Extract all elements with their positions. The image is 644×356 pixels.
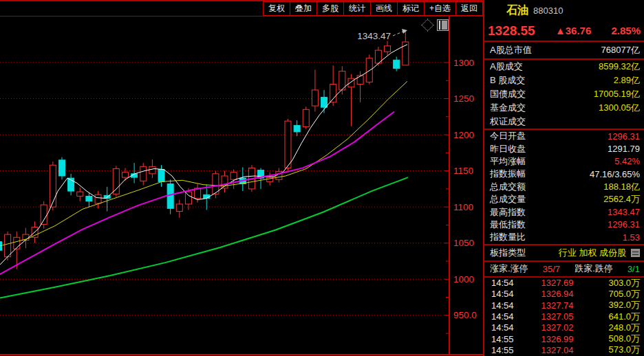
y-axis-label: 1250 <box>453 93 474 104</box>
y-axis-label: 1050 <box>453 238 474 248</box>
total-volume-label: 总成交量 <box>490 193 526 205</box>
tick-volume: 573.0万 <box>589 344 640 356</box>
tick-price: 1327.74 <box>526 300 589 311</box>
instrument-header: 石油 880310 <box>484 0 644 21</box>
tick-row: 14:541327.74392.0万 <box>484 300 644 311</box>
ma-fast-white <box>0 45 407 265</box>
tick-row: 14:551326.99508.0万 <box>484 333 644 344</box>
volume-ratio-label: 指数量比 <box>490 231 526 243</box>
price-change: ▲36.76 <box>555 25 591 36</box>
y-axis-label: 1000 <box>453 274 474 285</box>
total-turnover-label: 总成交额 <box>490 181 526 193</box>
tick-time: 14:55 <box>491 334 526 344</box>
candle-up <box>348 78 354 87</box>
add-watchlist-button[interactable]: +自选 <box>424 1 456 16</box>
prev-close-value: 1291.79 <box>608 144 640 154</box>
candle-up <box>113 168 119 194</box>
y-axis-label: 1150 <box>453 166 473 176</box>
kline-chart[interactable]: 1300125012001150110010501000950.01343.47 <box>0 0 483 356</box>
candle-up <box>14 237 20 249</box>
candle-up <box>77 192 83 196</box>
candle-down <box>294 125 300 131</box>
low-index-value: 1296.31 <box>608 219 640 230</box>
a-share-turnover-value: 8599.32亿 <box>599 60 640 73</box>
stat-row-bond-turnover: 国债成交17005.19亿 <box>484 87 644 101</box>
b-share-turnover-label: B 股成交 <box>490 74 525 87</box>
candle-down <box>321 97 328 107</box>
tick-volume: 641.0万 <box>589 311 640 323</box>
stat-row-b-share-turnover: B 股成交2.89亿 <box>484 74 644 87</box>
board-type-label: 板指类型 <box>490 247 526 259</box>
breadth-row: 涨家.涨停35/7跌家.跌停3/1 <box>484 262 644 276</box>
panel-toggle-icon-fill <box>442 21 447 30</box>
high-index-value: 1343.47 <box>608 207 640 217</box>
stat-row-volume-ratio: 指数量比1.53 <box>484 231 644 243</box>
y-axis-label: 950.0 <box>453 310 477 320</box>
stat-row-prev-close: 昨日收盘1291.79 <box>484 142 644 155</box>
candle-up <box>149 166 155 174</box>
overlay-button[interactable]: 叠加 <box>290 1 317 16</box>
adjust-button[interactable]: 复权 <box>263 1 290 16</box>
fund-turnover-label: 基金成交 <box>490 102 526 114</box>
low-index-label: 最低指数 <box>490 219 526 231</box>
decliners-value: 3/1 <box>627 264 640 274</box>
candles-group <box>0 31 409 269</box>
tick-volume: 303.0万 <box>589 277 640 289</box>
candle-up <box>330 85 336 102</box>
a-share-turnover-label: A股成交 <box>490 60 523 73</box>
tick-list[interactable]: 14:541327.69303.0万14:541326.94705.0万14:5… <box>484 278 644 356</box>
total-volume-value: 2562.4万 <box>603 193 640 205</box>
constituents-grid-icon[interactable] <box>631 249 640 257</box>
prev-close-label: 昨日收盘 <box>490 143 526 155</box>
high-index-label: 最高指数 <box>490 206 526 219</box>
candle-up <box>176 204 182 212</box>
candle-up <box>41 205 47 224</box>
candle-down <box>158 170 164 182</box>
stat-row-high-index: 最高指数1343.47 <box>484 205 644 218</box>
total-turnover-value: 188.18亿 <box>603 181 640 193</box>
multi-stock-button[interactable]: 多股 <box>316 1 344 16</box>
tick-time: 14:54 <box>491 289 526 299</box>
candle-up <box>303 109 309 126</box>
candle-down <box>167 184 173 209</box>
avg-change-label: 平均涨幅 <box>490 155 526 168</box>
stat-row-today-open: 今日开盘1296.31 <box>484 130 644 142</box>
tick-time: 14:54 <box>491 322 526 333</box>
b-share-turnover-value: 2.89亿 <box>614 74 640 87</box>
mark-button[interactable]: 标记 <box>397 1 425 16</box>
stat-row-index-amplitude: 指数振幅47.16/3.65% <box>484 168 644 180</box>
tick-price: 1327.02 <box>526 322 589 333</box>
stat-row-warrant-turnover: 权证成交 <box>484 115 644 129</box>
statistics-button[interactable]: 统计 <box>343 1 371 16</box>
instrument-code: 880310 <box>533 5 563 16</box>
tick-time: 14:54 <box>491 311 526 322</box>
grid: 1300125012001150110010501000950.0 <box>0 58 477 334</box>
stat-row-avg-change: 平均涨幅5.42% <box>484 155 644 168</box>
stat-row-a-share-turnover: A股成交8599.32亿 <box>484 60 644 74</box>
board-type-values[interactable]: 行业 加权 成份股 <box>559 247 626 259</box>
panel-toggle-icon[interactable] <box>437 19 449 31</box>
tick-volume: 392.0万 <box>589 299 640 311</box>
a-share-market-cap-value: 768077亿 <box>601 44 640 56</box>
tick-row: 14:541327.02248.0万 <box>484 322 644 333</box>
candle-up <box>366 58 372 82</box>
kline-svg: 1300125012001150110010501000950.01343.47 <box>0 0 483 356</box>
price-row: 1328.55 ▲36.76 2.85% <box>484 21 644 41</box>
last-price: 1328.55 <box>488 23 535 38</box>
candle-up <box>122 173 128 177</box>
tick-row: 14:541327.69303.0万 <box>484 278 644 289</box>
back-button[interactable]: 返回 <box>455 1 483 16</box>
diamond-marker-icon[interactable] <box>421 19 433 31</box>
tick-row: 14:541327.05641.0万 <box>484 311 644 322</box>
today-open-value: 1296.31 <box>608 131 640 142</box>
bond-turnover-label: 国债成交 <box>490 88 526 100</box>
candle-up <box>140 166 147 181</box>
y-axis-label: 1300 <box>453 58 474 68</box>
advancers-label: 涨家.涨停 <box>490 263 528 275</box>
instrument-name: 石油 <box>506 3 528 18</box>
a-share-market-cap-label: A股总市值 <box>490 44 532 56</box>
draw-line-button[interactable]: 画线 <box>370 1 398 16</box>
candle-up <box>385 46 391 52</box>
tick-time: 14:54 <box>491 278 526 288</box>
stat-row-total-turnover: 总成交额188.18亿 <box>484 181 644 193</box>
